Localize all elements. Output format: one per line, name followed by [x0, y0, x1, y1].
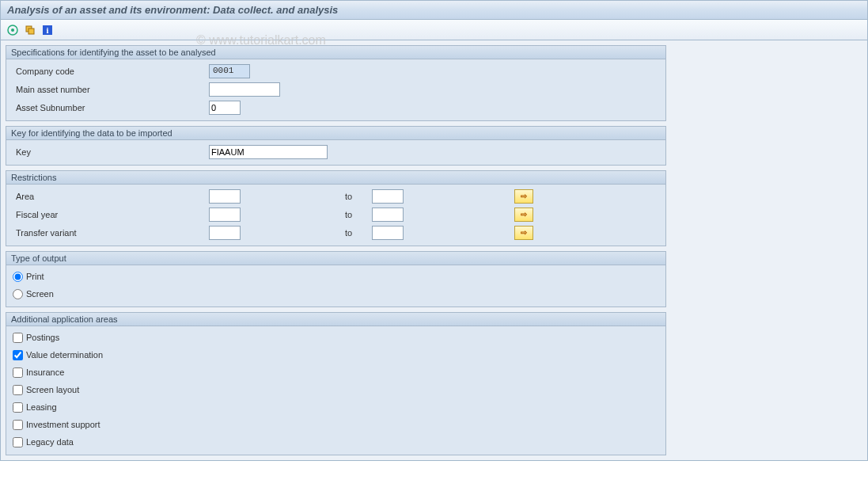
area-label: Area — [13, 192, 209, 201]
area-from-input[interactable] — [209, 189, 241, 204]
page-title: Analysis of an asset and its environment… — [1, 1, 867, 20]
transfer-multiple-selection-button[interactable]: ⇨ — [514, 226, 533, 240]
svg-point-1 — [11, 29, 14, 32]
area-multiple-selection-button[interactable]: ⇨ — [514, 189, 533, 204]
area-option-label: Screen layout — [26, 385, 79, 394]
area-checkbox[interactable] — [13, 333, 23, 343]
info-icon[interactable]: i — [40, 23, 55, 37]
group-output-type: Type of output Print Screen — [6, 251, 666, 307]
area-checkbox[interactable] — [13, 385, 23, 395]
fiscal-multiple-selection-button[interactable]: ⇨ — [514, 208, 533, 222]
main-asset-input[interactable] — [209, 82, 280, 97]
toolbar: i — [1, 20, 867, 40]
execute-icon[interactable] — [6, 23, 20, 37]
svg-rect-3 — [28, 29, 34, 34]
output-screen-label: Screen — [26, 289, 54, 299]
group-specifications-title: Specifications for identifying the asset… — [6, 46, 665, 59]
group-key-title: Key for identifying the data to be impor… — [6, 127, 665, 140]
area-option-label: Postings — [26, 333, 59, 342]
area-checkbox[interactable] — [13, 350, 23, 360]
company-code-value: 0001 — [209, 64, 250, 78]
area-checkbox[interactable] — [13, 402, 23, 413]
area-to-label: to — [324, 192, 372, 201]
output-screen-option[interactable]: Screen — [13, 286, 659, 302]
area-option-screen-layout[interactable]: Screen layout — [13, 382, 659, 398]
area-checkbox[interactable] — [13, 437, 23, 447]
area-option-insurance[interactable]: Insurance — [13, 364, 659, 380]
main-asset-label: Main asset number — [13, 85, 209, 94]
transfer-variant-label: Transfer variant — [13, 228, 209, 238]
key-input[interactable] — [209, 145, 328, 159]
area-option-leasing[interactable]: Leasing — [13, 399, 659, 415]
group-output-title: Type of output — [6, 252, 665, 265]
fiscal-to-input[interactable] — [372, 208, 404, 222]
output-screen-radio[interactable] — [13, 289, 23, 299]
group-additional-areas-title: Additional application areas — [6, 313, 665, 326]
transfer-from-input[interactable] — [209, 226, 241, 240]
area-option-label: Legacy data — [26, 437, 74, 447]
svg-text:i: i — [46, 25, 48, 35]
area-option-label: Insurance — [26, 367, 64, 377]
asset-subnumber-label: Asset Subnumber — [13, 103, 209, 112]
area-option-postings[interactable]: Postings — [13, 329, 659, 345]
key-label: Key — [13, 147, 209, 157]
empty-right-pane — [671, 45, 862, 455]
area-to-input[interactable] — [372, 189, 404, 204]
group-restrictions: Restrictions Area to ⇨ Fiscal year to — [6, 170, 666, 246]
area-option-label: Investment support — [26, 420, 100, 429]
transfer-to-label: to — [324, 228, 372, 238]
area-option-label: Leasing — [26, 402, 57, 412]
group-additional-areas: Additional application areas PostingsVal… — [6, 312, 666, 455]
transfer-to-input[interactable] — [372, 226, 404, 240]
output-print-option[interactable]: Print — [13, 268, 659, 284]
asset-subnumber-input[interactable] — [209, 101, 241, 115]
area-option-label: Value determination — [26, 350, 103, 360]
output-print-radio[interactable] — [13, 272, 23, 282]
area-option-investment-support[interactable]: Investment support — [13, 417, 659, 432]
company-code-label: Company code — [13, 67, 209, 76]
fiscal-year-label: Fiscal year — [13, 210, 209, 219]
area-checkbox[interactable] — [13, 420, 23, 430]
group-specifications: Specifications for identifying the asset… — [6, 45, 666, 121]
variant-icon[interactable] — [23, 23, 37, 37]
group-restrictions-title: Restrictions — [6, 171, 665, 185]
area-option-legacy-data[interactable]: Legacy data — [13, 434, 659, 450]
output-print-label: Print — [26, 272, 44, 281]
fiscal-from-input[interactable] — [209, 208, 241, 222]
group-key: Key for identifying the data to be impor… — [6, 126, 666, 166]
area-option-value-determination[interactable]: Value determination — [13, 347, 659, 363]
fiscal-to-label: to — [324, 210, 372, 219]
area-checkbox[interactable] — [13, 367, 23, 378]
